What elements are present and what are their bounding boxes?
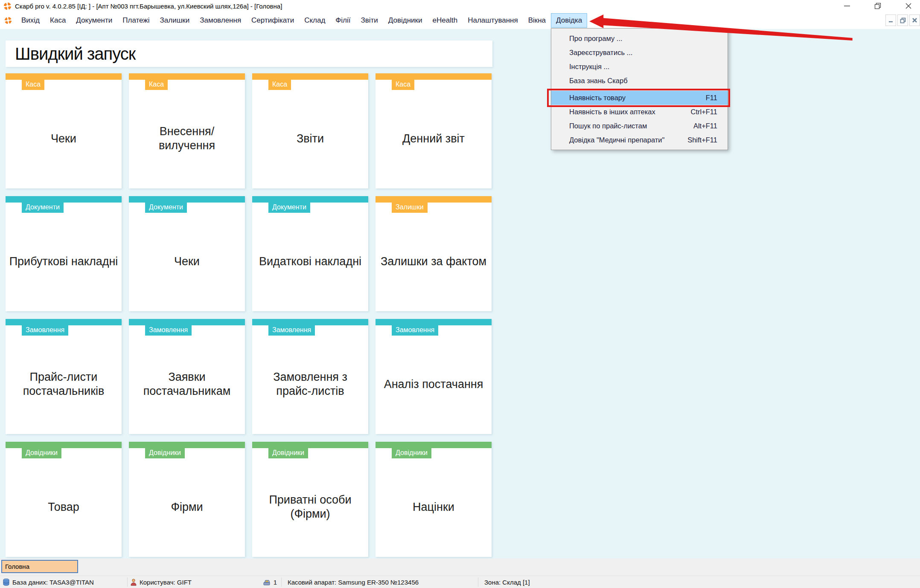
help-menu-item-product-availability[interactable]: Наявність товаруF11 [551, 91, 728, 105]
tile-category-tag: Довідники [392, 448, 431, 458]
restore-button[interactable] [872, 1, 883, 11]
tile-category-tag: Каса [22, 80, 44, 90]
menu-item-dovidnyky[interactable]: Довідники [383, 13, 428, 28]
menu-item-label: Про програму ... [569, 35, 623, 43]
menu-item-label: Пошук по прайс-листам [569, 122, 647, 130]
menu-item-platezhi[interactable]: Платежі [117, 13, 154, 28]
tab-holovna[interactable]: Головна [1, 560, 78, 573]
tile-label: Замовлення з прайс-листів [252, 338, 368, 431]
menu-item-ehealth[interactable]: eHealth [428, 13, 463, 28]
tile-category-bar [376, 73, 492, 80]
status-user: Користувач: GIFT 1 [128, 576, 281, 588]
menu-item-zalyshky[interactable]: Залишки [155, 13, 195, 28]
menu-items: ВихідКасаДокументиПлатежіЗалишкиЗамовлен… [16, 13, 587, 28]
help-menu-item-instruction[interactable]: Інструкція ... [551, 60, 728, 74]
status-bar: База даних: TASA3@TITAN Користувач: GIFT… [0, 576, 920, 588]
menu-item-dokumenty[interactable]: Документи [71, 13, 117, 28]
tile-doc-cheky[interactable]: ДокументиЧеки [129, 196, 245, 311]
tile-category-bar [129, 442, 245, 448]
tile-category-bar [6, 442, 122, 448]
mdi-restore-button[interactable] [897, 14, 908, 26]
menu-item-zamovlennya[interactable]: Замовлення [195, 13, 246, 28]
tile-label: Залишки за фактом [376, 215, 492, 308]
mdi-close-button[interactable] [909, 14, 920, 26]
menu-item-shortcut: F11 [706, 94, 717, 102]
help-menu-item-about[interactable]: Про програму ... [551, 32, 728, 46]
menu-item-label: Наявність товару [569, 94, 626, 102]
mdi-window-controls [885, 14, 920, 26]
menu-item-label: Інструкція ... [569, 63, 609, 71]
help-menu-item-medical-drugs-help[interactable]: Довідка "Медичні препарати"Shift+F11 [551, 133, 728, 147]
tile-category-bar [6, 196, 122, 203]
menu-item-shortcut: Ctrl+F11 [690, 108, 717, 116]
tile-doc-prybutkovi[interactable]: ДокументиПрибуткові накладні [6, 196, 122, 311]
menu-item-label: Зареєструватись ... [569, 49, 632, 57]
tile-label: Націнки [376, 461, 492, 553]
window-controls [841, 0, 914, 12]
tile-label: Фірми [129, 461, 245, 553]
menu-item-sertyfikaty[interactable]: Сертифікати [246, 13, 299, 28]
menu-item-dovidka[interactable]: Довідка [551, 13, 587, 28]
tile-label: Приватні особи (Фірми) [252, 461, 368, 553]
menu-item-zvity[interactable]: Звіти [355, 13, 383, 28]
help-menu-bottom: Наявність товаруF11Наявність в інших апт… [551, 91, 728, 147]
tile-category-bar [6, 319, 122, 325]
close-button[interactable] [903, 1, 914, 11]
menu-item-filii[interactable]: Філії [330, 13, 355, 28]
tile-zam-z-prais-lystiv[interactable]: ЗамовленняЗамовлення з прайс-листів [252, 319, 368, 434]
menu-item-vykhid[interactable]: Вихід [16, 13, 45, 28]
tile-category-tag: Документи [22, 203, 64, 213]
tile-zalyshky-za-faktom[interactable]: ЗалишкиЗалишки за фактом [376, 196, 492, 311]
menu-item-nalashtuvannya[interactable]: Налаштування [463, 13, 523, 28]
tile-dov-firmy[interactable]: ДовідникиФірми [129, 442, 245, 557]
tile-category-tag: Довідники [22, 448, 61, 458]
menu-item-label: Наявність в інших аптеках [569, 108, 655, 116]
tile-doc-vydatkovi[interactable]: ДокументиВидаткові накладні [252, 196, 368, 311]
tile-category-tag: Каса [145, 80, 168, 90]
tile-category-tag: Замовлення [22, 325, 68, 336]
tile-kasa-vnesennya[interactable]: КасаВнесення/вилучення [129, 73, 245, 188]
tile-category-tag: Замовлення [392, 325, 438, 336]
database-icon [3, 579, 9, 586]
tile-label: Прайс-листи постачальників [6, 338, 122, 431]
tile-category-tag: Каса [268, 80, 291, 90]
tab-strip: Головна [0, 559, 920, 576]
tile-dov-pryvatni[interactable]: ДовідникиПриватні особи (Фірми) [252, 442, 368, 557]
status-zone: Зона: Склад [1] [478, 576, 530, 588]
tile-category-tag: Довідники [268, 448, 308, 458]
mdi-minimize-button[interactable] [885, 14, 896, 26]
help-menu: Про програму ...Зареєструватись ...Інстр… [551, 28, 728, 150]
tile-zam-analiz[interactable]: ЗамовленняАналіз постачання [376, 319, 492, 434]
tile-label: Чеки [129, 215, 245, 308]
tile-label: Звіти [252, 92, 368, 185]
tile-category-bar [129, 319, 245, 325]
status-database: База даних: TASA3@TITAN [0, 576, 127, 588]
menu-item-vikna[interactable]: Вікна [523, 13, 551, 28]
register-count: 1 [274, 579, 277, 586]
tile-category-bar [129, 196, 245, 203]
tile-dov-tovar[interactable]: ДовідникиТовар [6, 442, 122, 557]
minimize-button[interactable] [841, 1, 853, 11]
menu-item-sklad[interactable]: Склад [299, 13, 330, 28]
menu-item-kasa[interactable]: Каса [45, 13, 71, 28]
tile-category-bar [6, 73, 122, 80]
help-menu-item-knowledge-base[interactable]: База знань Скарб [551, 74, 728, 88]
help-menu-item-register[interactable]: Зареєструватись ... [551, 46, 728, 60]
tile-category-bar [129, 73, 245, 80]
tile-label: Чеки [6, 92, 122, 185]
app-logo-icon-small [4, 17, 12, 24]
tile-kasa-cheky[interactable]: КасаЧеки [6, 73, 122, 188]
tile-category-bar [376, 319, 492, 325]
menu-separator [552, 89, 727, 90]
tile-category-bar [252, 442, 368, 448]
tile-zam-zaiavky[interactable]: ЗамовленняЗаявки постачальникам [129, 319, 245, 434]
tile-kasa-zvity[interactable]: КасаЗвіти [252, 73, 368, 188]
tile-dov-natsinky[interactable]: ДовідникиНацінки [376, 442, 492, 557]
tile-category-bar [252, 73, 368, 80]
menu-bar: ВихідКасаДокументиПлатежіЗалишкиЗамовлен… [0, 12, 920, 29]
quick-launch-grid: КасаЧекиКасаВнесення/вилученняКасаЗвітиК… [6, 73, 492, 557]
tile-kasa-dennyi-zvit[interactable]: КасаДенний звіт [376, 73, 492, 188]
help-menu-item-availability-other-pharmacies[interactable]: Наявність в інших аптекахCtrl+F11 [551, 105, 728, 119]
tile-zam-prais-lysty[interactable]: ЗамовленняПрайс-листи постачальників [6, 319, 122, 434]
help-menu-item-price-list-search[interactable]: Пошук по прайс-листамAlt+F11 [551, 119, 728, 133]
